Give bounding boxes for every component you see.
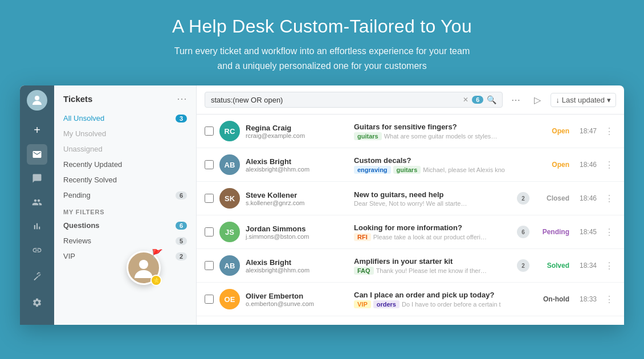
ticket-tags-preview: engravingguitars Michael, please let Ale… <box>354 166 511 174</box>
ticket-options-button[interactable]: ⋮ <box>602 227 616 238</box>
toolbar-dots-button[interactable]: ⋯ <box>507 91 524 108</box>
ticket-options-button[interactable]: ⋮ <box>602 126 616 137</box>
ticket-contact-info: Steve Kollener s.kollener@gnrz.com <box>246 191 348 206</box>
ticket-reply-count: 6 <box>517 226 529 238</box>
inbox-icon[interactable] <box>27 144 47 165</box>
sort-button[interactable]: ↓ Last updated ▾ <box>551 93 616 107</box>
ticket-tag: VIP <box>354 300 371 308</box>
ticket-contact-email: s.kollener@gnrz.com <box>246 199 348 206</box>
ticket-checkbox[interactable] <box>205 295 214 304</box>
ticket-checkbox[interactable] <box>205 227 214 236</box>
ticket-checkbox[interactable] <box>205 194 214 203</box>
ticket-checkbox[interactable] <box>205 261 214 270</box>
ticket-subject-title: Custom decals? <box>354 156 511 165</box>
ticket-options-button[interactable]: ⋮ <box>602 193 616 204</box>
ticket-list: RC Regina Craig rcraig@example.com Guita… <box>197 115 624 325</box>
sidebar-item-label: All Unsolved <box>63 114 104 123</box>
search-icon[interactable]: 🔍 <box>487 95 496 104</box>
filter-item-vip[interactable]: VIP 2 <box>54 248 196 264</box>
toolbar-play-button[interactable]: ▷ <box>529 91 546 108</box>
sidebar-item-pending[interactable]: Pending 6 <box>54 187 196 203</box>
sidebar-item-label: Recently Solved <box>63 176 117 184</box>
ticket-subject-area: Custom decals? engravingguitars Michael,… <box>354 156 511 174</box>
ticket-options-button[interactable]: ⋮ <box>602 294 616 305</box>
ticket-row[interactable]: RC Regina Craig rcraig@example.com Guita… <box>197 115 624 148</box>
ticket-contact-name: Regina Craig <box>246 124 348 132</box>
filter-count: 5 <box>176 237 187 245</box>
ticket-contact-email: o.emberton@sunve.com <box>246 300 348 307</box>
ticket-row[interactable]: AB Alexis Bright alexisbright@hhm.com Am… <box>197 249 624 283</box>
ticket-subject-area: Amplifiers in your starter kit FAQ Thank… <box>354 257 511 275</box>
ticket-avatar: AB <box>219 154 240 175</box>
popup-flag-icon: 🚩 <box>152 248 163 259</box>
panel-menu-icon[interactable]: ⋯ <box>177 92 187 105</box>
ticket-subject-area: New to guitars, need help Dear Steve, No… <box>354 190 511 207</box>
search-bar[interactable]: status:(new OR open) ✕ 6 🔍 <box>205 92 503 108</box>
ticket-tag: RFI <box>354 233 371 241</box>
filter-count: 6 <box>176 222 187 230</box>
ticket-contact-email: j.simmons@bston.com <box>246 233 348 240</box>
wrench-icon[interactable] <box>27 266 47 287</box>
ticket-status: Open <box>535 127 569 135</box>
ticket-tag: guitars <box>354 132 382 140</box>
ticket-options-button[interactable]: ⋮ <box>602 160 616 170</box>
hero-subtitle-line2: and a uniquely personalized one for your… <box>217 61 426 71</box>
main-content: status:(new OR open) ✕ 6 🔍 ⋯ ▷ ↓ Last up… <box>197 85 624 325</box>
left-panel: Tickets ⋯ All Unsolved 3 My Unsolved Una… <box>54 85 197 325</box>
link-icon[interactable] <box>27 240 47 260</box>
ticket-tag: FAQ <box>354 267 374 275</box>
sidebar-item-label: My Unsolved <box>63 129 106 138</box>
user-avatar[interactable] <box>27 90 47 111</box>
ticket-status: On-hold <box>535 295 569 303</box>
ticket-subject-title: Can I place an order and pick up today? <box>354 291 511 299</box>
ticket-tags-preview: VIPorders Do I have to order before a ce… <box>354 300 511 308</box>
ticket-status: Open <box>535 161 569 169</box>
sidebar-item-recently-solved[interactable]: Recently Solved <box>54 172 196 187</box>
sidebar-item-all-unsolved[interactable]: All Unsolved 3 <box>54 111 196 126</box>
sidebar-item-recently-updated[interactable]: Recently Updated <box>54 157 196 172</box>
ticket-tags-preview: Dear Steve, Not to worry! We all started… <box>354 200 511 207</box>
ticket-contact-info: Jordan Simmons j.simmons@bston.com <box>246 225 348 240</box>
ticket-checkbox[interactable] <box>205 160 214 169</box>
ticket-contact-info: Alexis Bright alexisbright@hhm.com <box>246 258 348 274</box>
ticket-time: 18:34 <box>575 262 597 270</box>
filter-item-questions[interactable]: Questions 6 <box>54 218 196 233</box>
ticket-row[interactable]: AB Alexis Bright alexisbright@hhm.com Cu… <box>197 148 624 182</box>
ticket-row[interactable]: SK Steve Kollener s.kollener@gnrz.com Ne… <box>197 182 624 215</box>
sidebar-item-label: Unassigned <box>63 145 103 153</box>
users-icon[interactable] <box>27 192 47 213</box>
my-filters-label: MY FILTERS <box>54 203 196 218</box>
ticket-checkbox[interactable] <box>205 127 214 136</box>
sidebar-item-my-unsolved[interactable]: My Unsolved <box>54 126 196 141</box>
ticket-preview-text: Dear Steve, Not to worry! We all started… <box>354 200 468 207</box>
ticket-contact-name: Alexis Bright <box>246 258 348 267</box>
sidebar-item-label: Recently Updated <box>63 160 122 169</box>
ticket-preview-text: Do I have to order before a certain t <box>402 301 501 308</box>
ticket-avatar: SK <box>219 188 240 209</box>
add-button[interactable]: + <box>27 120 47 140</box>
chat-icon[interactable] <box>27 168 47 189</box>
ticket-options-button[interactable]: ⋮ <box>602 260 616 271</box>
ticket-contact-info: Regina Craig rcraig@example.com <box>246 124 348 139</box>
ticket-row[interactable]: OE Oliver Emberton o.emberton@sunve.com … <box>197 283 624 316</box>
filter-count: 2 <box>176 252 187 260</box>
settings-icon[interactable] <box>27 292 47 313</box>
filter-label: VIP <box>63 252 75 260</box>
filter-item-reviews[interactable]: Reviews 5 <box>54 233 196 248</box>
ticket-reply-count: 2 <box>517 259 529 272</box>
svg-point-0 <box>35 96 39 100</box>
chart-icon[interactable] <box>27 216 47 236</box>
chevron-down-icon: ▾ <box>607 96 611 104</box>
hero-subtitle-line1: Turn every ticket and workflow into an e… <box>174 46 470 56</box>
ticket-tag: engraving <box>354 166 391 174</box>
ticket-status: Solved <box>535 262 569 270</box>
ticket-subject-area: Guitars for sensitive fingers? guitars W… <box>354 123 511 140</box>
sidebar-item-unassigned[interactable]: Unassigned <box>54 141 196 157</box>
ticket-contact-email: alexisbright@hhm.com <box>246 166 348 173</box>
ticket-tags-preview: RFI Please take a look at our product of… <box>354 233 511 241</box>
sidebar-item-count: 3 <box>176 115 187 123</box>
ticket-contact-name: Jordan Simmons <box>246 225 348 233</box>
search-clear-icon[interactable]: ✕ <box>463 96 468 104</box>
search-text: status:(new OR open) <box>211 96 459 104</box>
ticket-row[interactable]: JS Jordan Simmons j.simmons@bston.com Lo… <box>197 215 624 249</box>
